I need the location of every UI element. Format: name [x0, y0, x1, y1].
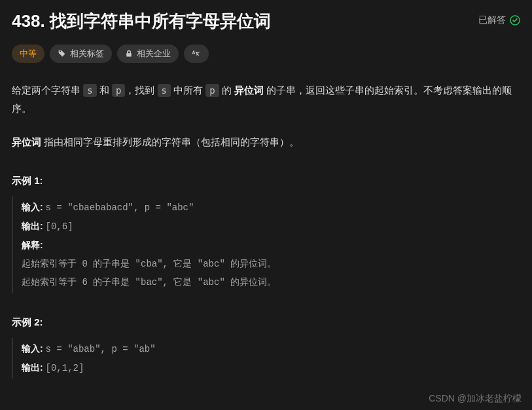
related-tags-label: 相关标签	[70, 48, 104, 60]
example-2-input: 输入: s = "abab", p = "ab"	[22, 339, 520, 358]
example-2-title: 示例 2:	[12, 316, 520, 329]
watermark: CSDN @加冰老盐柠檬	[429, 393, 522, 405]
status-badge: 已解答	[478, 14, 520, 26]
inline-code-s2: s	[158, 84, 171, 97]
status-text: 已解答	[478, 14, 506, 26]
inline-code-s: s	[83, 84, 96, 97]
related-companies-label: 相关企业	[137, 48, 171, 60]
example-1: 示例 1: 输入: s = "cbaebabacd", p = "abc" 输出…	[12, 175, 520, 293]
example-1-explain-line2: 起始索引等于 6 的子串是 "bac", 它是 "abc" 的异位词。	[22, 273, 520, 291]
header: 438. 找到字符串中所有字母异位词 已解答	[12, 10, 520, 33]
description-p1: 给定两个字符串 s 和 p，找到 s 中所有 p 的 异位词 的子串，返回这些子…	[12, 81, 520, 119]
inline-code-p2: p	[205, 84, 219, 97]
bold-anagram: 异位词	[234, 84, 264, 96]
description-p2: 异位词 指由相同字母重排列形成的字符串（包括相同的字符串）。	[12, 133, 520, 152]
difficulty-tag[interactable]: 中等	[12, 45, 44, 63]
translate-icon	[192, 49, 201, 58]
problem-title: 438. 找到字符串中所有字母异位词	[12, 10, 271, 33]
tag-icon	[58, 49, 66, 58]
example-1-output: 输出: [0,6]	[22, 217, 520, 236]
problem-description: 给定两个字符串 s 和 p，找到 s 中所有 p 的 异位词 的子串，返回这些子…	[12, 81, 520, 152]
check-circle-icon	[510, 15, 520, 26]
translate-button[interactable]	[184, 45, 209, 63]
example-1-explain-label: 解释:	[22, 236, 520, 255]
related-tags-button[interactable]: 相关标签	[50, 45, 112, 63]
example-1-title: 示例 1:	[12, 175, 520, 187]
related-companies-button[interactable]: 相关企业	[117, 45, 179, 63]
example-2: 示例 2: 输入: s = "abab", p = "ab" 输出: [0,1,…	[12, 316, 520, 379]
example-2-block: 输入: s = "abab", p = "ab" 输出: [0,1,2]	[12, 338, 520, 379]
example-2-output: 输出: [0,1,2]	[22, 358, 520, 377]
example-1-explain-line1: 起始索引等于 0 的子串是 "cba", 它是 "abc" 的异位词。	[22, 255, 520, 273]
example-1-block: 输入: s = "cbaebabacd", p = "abc" 输出: [0,6…	[12, 196, 520, 293]
bold-anagram-def: 异位词	[12, 136, 41, 147]
inline-code-p: p	[112, 84, 125, 97]
example-1-input: 输入: s = "cbaebabacd", p = "abc"	[22, 198, 520, 217]
tags-row: 中等 相关标签 相关企业	[12, 45, 520, 63]
lock-icon	[125, 50, 133, 58]
